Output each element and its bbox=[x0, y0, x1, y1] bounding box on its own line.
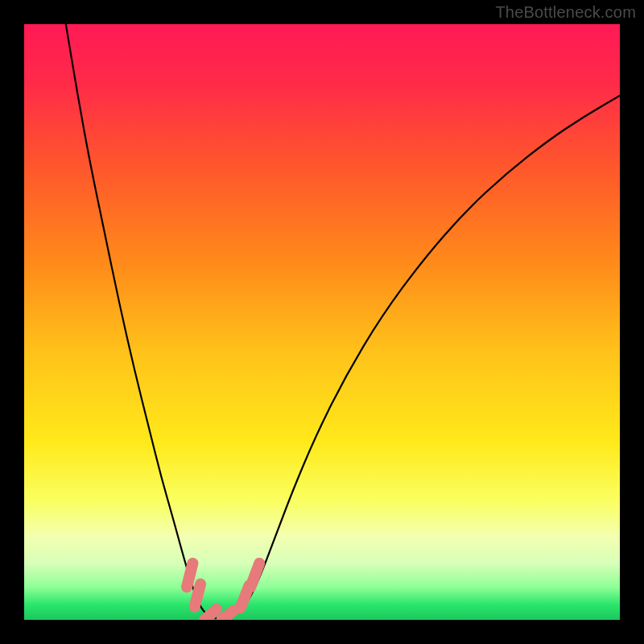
marker-m4 bbox=[222, 610, 234, 620]
chart-plot bbox=[24, 24, 620, 620]
watermark-text: TheBottleneck.com bbox=[495, 3, 636, 22]
chart-frame: TheBottleneck.com bbox=[0, 0, 644, 644]
gradient-background bbox=[24, 24, 620, 620]
marker-m2 bbox=[195, 584, 200, 607]
marker-m3 bbox=[204, 609, 217, 620]
marker-m1 bbox=[187, 564, 192, 588]
